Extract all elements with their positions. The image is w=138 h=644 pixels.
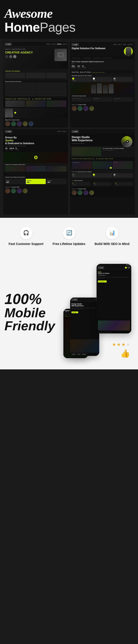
- digital-banner-title: DIGITAL SOLUTIONS ● DIGITAL SOLUTION: [72, 72, 133, 73]
- staff-title: Meet Our Creative Staff: [72, 104, 133, 105]
- staff-avatar: [89, 106, 94, 111]
- wwd-title: What We Can Do For Our Clients: [72, 75, 133, 76]
- rating-badge: 4/5: [110, 167, 112, 169]
- pricing-plans: Startup $29 Branding $49 Business $99: [5, 179, 66, 184]
- play-icon: [127, 141, 128, 142]
- card2-hero-text: Digital Solution For Software: [72, 47, 122, 50]
- staff-avatar: [28, 121, 33, 126]
- step-label: Launch: [115, 184, 132, 185]
- step-label: Design: [94, 184, 111, 185]
- play-button[interactable]: [34, 156, 38, 159]
- feature-icon-wrap: 🎧: [20, 227, 32, 239]
- card4-menu: ≡: [133, 131, 133, 132]
- card2-hero-title: Digital Solution For Software: [72, 47, 122, 50]
- card3-video: [3, 152, 68, 163]
- features-section: 🎧 Fast Customer Support 🔄 Free Lifetime …: [0, 218, 138, 255]
- card3-hero: Driven By Quality & Dedicated to Solutio…: [3, 135, 68, 152]
- staff-avatar: [72, 106, 77, 111]
- card1-logo: x xstar: [5, 43, 12, 45]
- twitter-link[interactable]: Twitter: [77, 354, 81, 355]
- inside-title: Check Our Company Inside Story: [5, 164, 66, 165]
- menu-item: CONTACT: [128, 44, 133, 45]
- portfolio-images: [5, 100, 66, 107]
- studio-body: Bring to the table win-win survival stra…: [71, 308, 98, 310]
- photo-text: To Create Artistic & Creative Design We …: [102, 147, 133, 156]
- stat-item: 15+Years: [78, 65, 80, 68]
- plan-branding: Branding $49: [26, 179, 46, 184]
- service-item: [36, 87, 66, 92]
- card1-staff: Meet Our Creative Staff: [3, 118, 68, 127]
- staff-avatar: [89, 190, 94, 195]
- menu-item: ≡: [133, 131, 133, 132]
- service-rows: [5, 83, 66, 96]
- service-item: [36, 83, 66, 87]
- inside-img: [46, 166, 66, 172]
- plan-startup: Startup $29: [5, 179, 25, 184]
- staff-avatar: [72, 190, 77, 195]
- phone-nav-bar-2: x xstar: [70, 298, 99, 302]
- menu-line: [62, 131, 66, 132]
- staff-avatar: [17, 188, 22, 193]
- staff-label: Meet Our Creative Staff: [5, 186, 66, 188]
- staff-avatar: [83, 190, 88, 195]
- portfolio-image: [26, 100, 46, 107]
- studio-cta[interactable]: Explore More →: [71, 312, 78, 313]
- wwd-items: Strategy Design Digital: [72, 77, 133, 82]
- hero-line2: HomePages: [4, 20, 134, 34]
- card2-logo: x xstar: [72, 43, 79, 46]
- phone-hero-label: Digital Solution For Software: [98, 271, 130, 274]
- pricing-title: Choose Your Perfect Pricing Plan: [5, 176, 66, 178]
- facebook-link[interactable]: Facebook: [71, 354, 76, 355]
- thumbs-up-icon: 👍: [120, 349, 130, 358]
- discover-title: Discover Our Awards: [5, 70, 66, 72]
- menu-item: ABOUT: [118, 44, 122, 45]
- inside-img: [5, 166, 25, 172]
- plan-name: Business: [47, 180, 65, 181]
- screenshot-card-3: x xstar Driven By Quality & Dedicated to…: [3, 129, 68, 214]
- card3-sub: We Are Digital Creative Agency in London: [5, 145, 66, 147]
- photo-title: To Create Artistic & Creative Design: [103, 148, 132, 149]
- star-4: ★: [126, 342, 130, 347]
- wwd-item: Strategy: [72, 77, 92, 82]
- card2-case-study: Our Recent Case Study Next Gen Technolog…: [70, 94, 135, 103]
- instagram-link[interactable]: Instagram: [82, 354, 87, 355]
- step-num: 03: [115, 182, 132, 184]
- client-item: Branding: [72, 173, 92, 178]
- phone-logo: x xstar: [98, 266, 104, 269]
- stat: 5+ Awards: [15, 148, 19, 150]
- step-arrow: →: [91, 183, 93, 185]
- staff-avatar: [11, 121, 16, 126]
- portfolio-image: [5, 100, 25, 107]
- gallery-item: 4/5: [92, 161, 113, 169]
- play-button-overlay[interactable]: [126, 140, 129, 143]
- staff-avatars: [5, 188, 66, 193]
- card4-hero: Design Studio With Experience Creative d…: [70, 134, 135, 146]
- screenshots-grid: x xstar NEXT GENERATION CREATIVE AGENCY: [0, 38, 138, 218]
- phone-description: Bring to the table win-win survival stra…: [97, 331, 131, 334]
- card2-top: x xstar HOME ABOUT WORK CONTACT Digital …: [70, 42, 135, 57]
- stat-item: 20k+Projects: [72, 65, 76, 68]
- gallery-item: UI Design: [113, 161, 133, 169]
- card2-agency-bar: CREATIVES AGENCY ▪ SOFTWARE AGENCY ▪ DIG…: [70, 57, 135, 59]
- award-badge: [13, 55, 16, 58]
- photo-sub: We build amazing experiences: [103, 150, 132, 151]
- staff-avatar: [78, 106, 82, 111]
- feature-title: Fast Customer Support: [8, 242, 43, 246]
- card4-header: x xstar ≡: [70, 129, 135, 134]
- wwd-label: Design: [93, 80, 112, 81]
- staff-title: Meet Our Creative Staff: [5, 119, 66, 120]
- phone-hamburger[interactable]: [128, 267, 130, 268]
- nav-item: [62, 44, 67, 44]
- card4-nav: x xstar ≡: [72, 130, 133, 133]
- impactful-title: We Create Impactful Digital Experiences: [72, 61, 133, 63]
- digital-sol-banner: DIGITAL SOLUTIONS ● DIGITAL SOLUTION: [70, 70, 135, 74]
- card3-hero-title: Driven By Quality & Dedicated to Solutio…: [5, 136, 66, 145]
- phone-cta-button[interactable]: Explore More →: [98, 280, 107, 282]
- mobile-section: 100% Mobile Friendly 9:41 x xstar: [0, 255, 138, 370]
- staff-avatar: [5, 121, 10, 126]
- card1-services: Most Experiences/Services: [3, 80, 68, 97]
- mobile-text: 100% Mobile Friendly: [4, 292, 70, 332]
- phone-screen-main: 9:41 x xstar: [97, 264, 131, 334]
- plan-business: Business $99: [46, 179, 66, 184]
- case-study-item: Software Design: [113, 97, 133, 102]
